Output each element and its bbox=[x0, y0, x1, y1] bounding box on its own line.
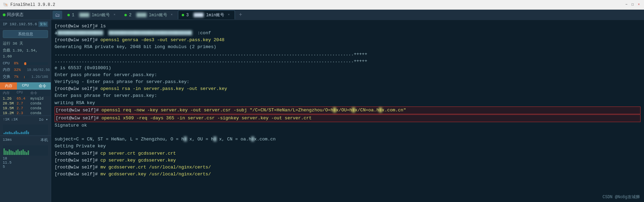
term-line: writing RSA key bbox=[55, 100, 641, 107]
add-tab-button[interactable]: + bbox=[236, 11, 245, 19]
ping-label: 本机 bbox=[40, 137, 48, 143]
net-bar bbox=[28, 132, 29, 134]
net-io: Io ▾ bbox=[39, 117, 48, 122]
term-line: subject=C = CN, ST = HeNan, L = Zhengzho… bbox=[55, 136, 641, 143]
cpu-stat-label: CPU bbox=[3, 61, 12, 67]
maximize-button[interactable]: □ bbox=[630, 2, 635, 7]
col-mem: 内存 bbox=[3, 91, 17, 95]
tab-dot-1 bbox=[67, 14, 70, 16]
net-bar bbox=[22, 132, 24, 134]
swap-stat-row: 交换 7% 1.2G/18G bbox=[3, 74, 48, 80]
term-line: [root@wlw self]# cp server.key gcdsserve… bbox=[55, 157, 641, 164]
ping-val: 13ms bbox=[3, 138, 12, 142]
cpu-bar-container bbox=[24, 62, 48, 65]
watermark: CSDN @No8g攻城狮 bbox=[603, 194, 640, 200]
process-row: 19.2M 2.3 conda bbox=[0, 111, 51, 116]
ping-bar bbox=[9, 149, 10, 155]
ping-bar bbox=[5, 150, 7, 155]
proc-name: conda bbox=[30, 106, 48, 110]
proc-cpu: 2.7 bbox=[17, 106, 30, 110]
swap-stat-label: 交换 bbox=[3, 74, 12, 80]
proc-name: conda bbox=[30, 111, 48, 115]
term-line: ........................................… bbox=[55, 58, 641, 65]
terminal-tab-3[interactable]: 3 ████ lmin账号 × bbox=[178, 10, 235, 19]
sysinfo-button[interactable]: 系统信息 bbox=[3, 30, 48, 38]
uptime-label: 运行 36 天 bbox=[3, 41, 23, 47]
tab-close-3[interactable]: × bbox=[226, 12, 231, 17]
tab-label-3: 3 ████ lmin账号 bbox=[186, 12, 224, 18]
copy-ip-button[interactable]: 复制 bbox=[38, 21, 48, 27]
tab-cpu[interactable]: CPU bbox=[17, 82, 34, 90]
cpu-stat-row: CPU 8% bbox=[3, 61, 48, 67]
net-bar bbox=[26, 130, 27, 134]
sidebar: 同步状态 IP 192.192.55.6 复制 系统信息 运行 36 天 负载 … bbox=[0, 10, 51, 202]
tab-close-1[interactable]: × bbox=[112, 12, 117, 17]
ping-bar bbox=[14, 152, 15, 155]
term-line: [root@wlw self]# openssl genrsa -des3 -o… bbox=[55, 37, 641, 44]
ping-row: 13ms 本机 bbox=[3, 137, 48, 143]
net-bar bbox=[17, 132, 19, 134]
proc-name: conda bbox=[30, 101, 48, 105]
ip-row: IP 192.192.55.6 复制 bbox=[0, 20, 51, 29]
swap-bar bbox=[24, 76, 25, 79]
swap-bar-container bbox=[24, 76, 29, 79]
ping-bar bbox=[16, 150, 17, 155]
close-button[interactable]: × bbox=[636, 2, 641, 7]
terminal-tab-2[interactable]: 2 ████ lmin账号 × bbox=[121, 10, 178, 19]
sync-indicator bbox=[3, 13, 6, 16]
net-bar bbox=[5, 132, 7, 134]
terminal-output[interactable]: [root@wlw self]# ls a█████████████████ █… bbox=[51, 21, 644, 202]
net-down: ↓1K bbox=[11, 117, 18, 121]
ping-values: 18 11.5 5 bbox=[0, 156, 51, 169]
load-row: 负载 1.39, 1.54, 1.60 bbox=[3, 48, 48, 60]
net-bar bbox=[14, 132, 15, 134]
terminal-tab-1[interactable]: 1 ████ lmin账号 × bbox=[64, 10, 121, 19]
proc-mem: 19.2M bbox=[3, 111, 17, 115]
window-controls: − □ × bbox=[624, 2, 641, 7]
ip-label: IP 192.192.55.6 bbox=[3, 22, 37, 26]
main-layout: 同步状态 IP 192.192.55.6 复制 系统信息 运行 36 天 负载 … bbox=[0, 10, 644, 202]
proc-mem: 19.5M bbox=[3, 106, 17, 110]
net-bar bbox=[21, 132, 22, 134]
app-title: FinalShell 3.9.8.2 bbox=[10, 2, 55, 7]
tab-bar: 🗂 1 ████ lmin账号 × 2 ████ lmin账号 × 3 ████… bbox=[51, 10, 644, 21]
ping-bar bbox=[22, 149, 24, 155]
ping-bar bbox=[10, 150, 12, 155]
net-bar bbox=[12, 133, 13, 134]
ping-bar bbox=[26, 152, 27, 155]
mem-stat-row: 内存 32% 19.9G/62.5G bbox=[3, 67, 48, 73]
tab-dot-3 bbox=[182, 14, 184, 16]
ping-bar bbox=[28, 150, 29, 155]
ping-bar bbox=[7, 151, 8, 155]
net-bar bbox=[9, 131, 10, 134]
process-row: 20.5M 2.7 conda bbox=[0, 101, 51, 106]
tab-mem[interactable]: 内存 bbox=[0, 82, 17, 90]
proc-name: mysqld bbox=[30, 97, 48, 101]
proc-cpu: 2.7 bbox=[17, 101, 30, 105]
term-line: [root@wlw self]# cp server.crt gcdsserve… bbox=[55, 150, 641, 157]
ping-bar bbox=[21, 150, 22, 155]
proc-cpu: 2.3 bbox=[17, 111, 30, 115]
proc-mem: 20.5M bbox=[3, 101, 17, 105]
uptime-row: 运行 36 天 bbox=[3, 41, 48, 47]
term-line: Getting Private key bbox=[55, 143, 641, 150]
app-icon: 🐚 bbox=[3, 2, 8, 8]
term-line: Signature ok bbox=[55, 122, 641, 129]
cpu-pct-label: 8% bbox=[14, 61, 23, 67]
tab-cmd[interactable]: 命令 bbox=[34, 82, 51, 90]
col-cmd: 命令 bbox=[30, 91, 48, 95]
ping-stats: 13ms 本机 bbox=[0, 136, 51, 145]
net-bar bbox=[24, 131, 26, 134]
term-line: Enter pass phrase for server.pass.key: bbox=[55, 72, 641, 79]
folder-button[interactable]: 🗂 bbox=[53, 11, 62, 19]
tab-close-2[interactable]: × bbox=[169, 12, 174, 17]
sync-label: 同步状态 bbox=[7, 12, 23, 18]
process-row: 1.2G 65.4 mysqld bbox=[0, 96, 51, 101]
minimize-button[interactable]: − bbox=[624, 2, 629, 7]
process-row: 19.5M 2.7 conda bbox=[0, 106, 51, 111]
network-stats: ↑1K ↓1K Io ▾ bbox=[0, 116, 51, 124]
net-up: ↑1K bbox=[3, 117, 10, 121]
mem-val-label: 19.9G/62.5G bbox=[27, 67, 50, 73]
process-tabs: 内存 CPU 命令 bbox=[0, 82, 51, 90]
load-label: 负载 1.39, 1.54, 1.60 bbox=[3, 48, 48, 60]
